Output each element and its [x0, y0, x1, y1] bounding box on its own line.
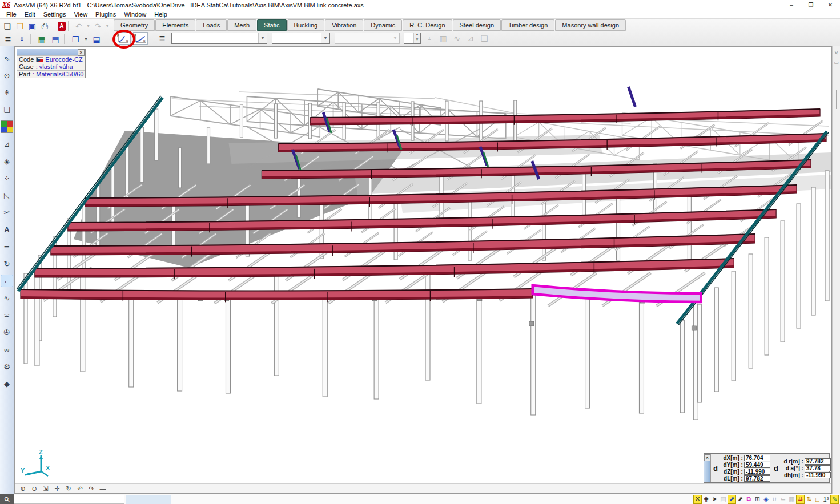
parts-display-icon[interactable]: ⧉ — [745, 495, 753, 504]
render-light-icon[interactable]: ✇ — [1, 326, 13, 338]
search-button[interactable]: ⚲ — [0, 494, 14, 504]
tab-masonry-design[interactable]: Masonry wall design — [555, 19, 626, 31]
load-display-icon[interactable]: ⇊ — [796, 495, 805, 504]
save-to-drawings-icon[interactable]: ⬓ — [90, 33, 103, 45]
info-icon[interactable]: ◆ — [1, 377, 13, 390]
menu-plugins[interactable]: Plugins — [91, 11, 120, 18]
axes-display-icon[interactable]: ∟ — [813, 495, 822, 504]
path-display-icon[interactable]: ∪ — [770, 495, 779, 504]
load-case-combobox[interactable]: ▼ — [171, 33, 267, 44]
table-browser-icon[interactable]: ▦ — [35, 33, 48, 45]
truss-results-icon[interactable]: ⊿ — [464, 32, 477, 44]
maximize-button[interactable]: ❐ — [801, 0, 821, 10]
layers-icon[interactable]: ≣ — [2, 33, 14, 45]
scale-spinner[interactable]: ▲▼ — [404, 33, 421, 44]
tab-buckling[interactable]: Buckling — [287, 19, 325, 31]
tab-rc-design[interactable]: R. C. Design — [403, 19, 452, 31]
workplane-display-icon[interactable]: ⬈ — [728, 495, 736, 504]
pane-close-icon[interactable]: ✕ — [834, 50, 839, 56]
color-coding-icon[interactable] — [1, 120, 13, 133]
symbols-icon[interactable]: ◈ — [1, 155, 13, 167]
zoom-in-icon[interactable]: ⊕ — [18, 485, 28, 493]
coordinate-cross-icon[interactable]: ✕ — [693, 495, 702, 504]
diagram-display-icon[interactable]: ∿ — [451, 32, 463, 44]
workplane-icon[interactable]: ⌐ — [1, 275, 13, 287]
settings-wrench-icon[interactable]: ⚙ — [1, 360, 13, 373]
combo-dropdown-icon[interactable]: ▼ — [258, 33, 267, 43]
drawings-library-icon[interactable]: ❒ — [69, 33, 82, 45]
undo-view-icon[interactable]: ↶ — [75, 485, 85, 493]
animation-icon[interactable]: ▥ — [437, 32, 449, 44]
tab-static[interactable]: Static — [257, 19, 287, 31]
parts-icon[interactable]: ❏ — [1, 103, 13, 116]
tab-timber-design[interactable]: Timber design — [501, 19, 554, 31]
combo-dropdown-icon[interactable]: ▼ — [321, 33, 329, 43]
pdf-export-icon[interactable]: A — [58, 22, 66, 31]
selection-pointer-icon[interactable]: ⇖ — [1, 52, 13, 64]
display-mode-glasses-icon[interactable]: ∞ — [1, 343, 13, 356]
menu-window[interactable]: Window — [120, 11, 150, 18]
pane-maximize-icon[interactable]: ▭ — [834, 59, 839, 65]
delete-icon[interactable]: ✂ — [1, 206, 13, 219]
local-axes-icon[interactable]: ⌙ — [779, 495, 787, 504]
nonlinear-static-analysis-icon[interactable]: Pu — [133, 32, 148, 45]
tab-mesh[interactable]: Mesh — [227, 19, 256, 31]
load-values-icon[interactable]: ⇅ — [805, 495, 813, 504]
result-component-combobox[interactable]: ▼ — [272, 33, 330, 44]
save-icon[interactable]: ▣ — [27, 20, 38, 32]
minimize-button[interactable]: – — [782, 0, 801, 10]
coord-panel-grip[interactable]: × — [704, 454, 711, 482]
text-annotation-icon[interactable]: A — [1, 223, 13, 236]
zoom-icon[interactable]: ⊙ — [1, 69, 13, 82]
model-3d-scene[interactable] — [15, 47, 831, 475]
info-panel-header[interactable]: × — [17, 49, 85, 55]
menu-edit[interactable]: Edit — [21, 11, 39, 18]
min-max-values-icon[interactable]: ± — [423, 32, 436, 44]
close-button[interactable]: ✕ — [821, 0, 840, 10]
redo-dropdown-icon[interactable]: ▾ — [105, 20, 110, 32]
linear-static-analysis-icon[interactable]: Pu — [116, 32, 131, 45]
search-input[interactable] — [14, 495, 124, 504]
report-maker-icon[interactable]: ▤ — [49, 33, 62, 45]
info-panel-close-icon[interactable]: × — [78, 49, 85, 56]
layer-manager-icon[interactable]: ≣ — [1, 240, 13, 253]
redo-icon[interactable]: ↷ — [92, 20, 103, 32]
menu-help[interactable]: Help — [150, 11, 171, 18]
sections-display-icon[interactable]: ⊞ — [753, 495, 762, 504]
rotate-icon[interactable]: ↻ — [63, 485, 74, 493]
menu-view[interactable]: View — [70, 11, 91, 18]
redo-view-icon[interactable]: ↷ — [86, 485, 97, 493]
tab-dynamic[interactable]: Dynamic — [364, 19, 402, 31]
tab-loads[interactable]: Loads — [196, 19, 227, 31]
edit-mode-icon[interactable]: ✎ — [830, 495, 839, 504]
undo-dropdown-icon[interactable]: ▾ — [85, 20, 91, 32]
storeys-level-icon[interactable]: ⇟ — [15, 33, 28, 45]
result-component-icon[interactable]: ≣ — [156, 32, 168, 44]
grid-snap-icon[interactable]: ⋕ — [702, 495, 710, 504]
dot-grid-icon[interactable]: ⁘ — [1, 172, 13, 184]
zoom-fit-icon[interactable]: ⇲ — [41, 485, 51, 493]
numbering-icon[interactable]: 1² — [822, 495, 830, 504]
tab-geometry[interactable]: Geometry — [114, 19, 155, 31]
workplane-alt-icon[interactable]: ⬈ — [736, 495, 745, 504]
virtual-beam-icon[interactable]: ≍ — [1, 309, 13, 321]
table-display-icon[interactable]: ▤ — [719, 495, 728, 504]
tab-steel-design[interactable]: Steel design — [453, 19, 501, 31]
zoom-out-icon[interactable]: ⊖ — [29, 485, 39, 493]
cursor-mode-icon[interactable]: ➤ — [710, 495, 719, 504]
new-file-icon[interactable]: ❏ — [2, 20, 13, 32]
menu-file[interactable]: File — [2, 11, 21, 18]
pan-icon[interactable]: ✛ — [52, 485, 62, 493]
symbols-display-icon[interactable]: ◈ — [762, 495, 770, 504]
menu-settings[interactable]: Settings — [39, 11, 70, 18]
tab-vibration[interactable]: Vibration — [325, 19, 363, 31]
isosurface-icon[interactable]: ❑ — [478, 32, 491, 44]
renumber-icon[interactable]: ↻ — [1, 257, 13, 270]
dimension-lines-icon[interactable]: ◺ — [1, 189, 13, 201]
geometry-transform-icon[interactable]: ⊿ — [1, 138, 13, 150]
tab-elements[interactable]: Elements — [155, 19, 195, 31]
coordinate-axes-icon[interactable]: ↟ — [1, 86, 13, 99]
section-line-icon[interactable]: ∿ — [1, 292, 13, 304]
coord-panel-close-icon[interactable]: × — [704, 454, 710, 461]
open-file-icon[interactable]: ❐ — [14, 20, 26, 32]
